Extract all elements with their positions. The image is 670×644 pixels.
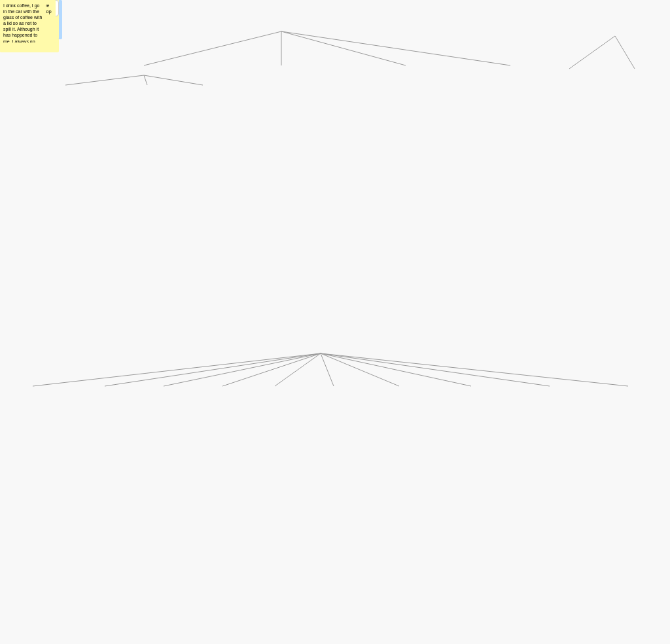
svg-line-17 (321, 353, 550, 386)
svg-line-11 (164, 353, 321, 386)
note-drive-coffee: I drink coffee, I go in the car with the… (0, 0, 46, 43)
svg-line-5 (144, 75, 147, 85)
svg-line-13 (275, 353, 321, 386)
svg-line-15 (321, 353, 399, 386)
svg-line-12 (222, 353, 321, 386)
canvas: Painpoints Benefits of Driving Tiredness… (0, 0, 670, 644)
svg-line-18 (321, 353, 628, 386)
svg-line-9 (33, 353, 321, 386)
svg-line-2 (281, 31, 406, 65)
svg-line-6 (144, 75, 203, 85)
svg-line-8 (615, 36, 635, 69)
svg-line-0 (144, 31, 281, 65)
connector-lines (0, 0, 670, 644)
svg-line-10 (105, 353, 321, 386)
svg-line-4 (65, 75, 144, 85)
svg-line-14 (321, 353, 334, 386)
svg-line-16 (321, 353, 471, 386)
svg-line-3 (281, 31, 510, 65)
svg-line-7 (569, 36, 615, 69)
